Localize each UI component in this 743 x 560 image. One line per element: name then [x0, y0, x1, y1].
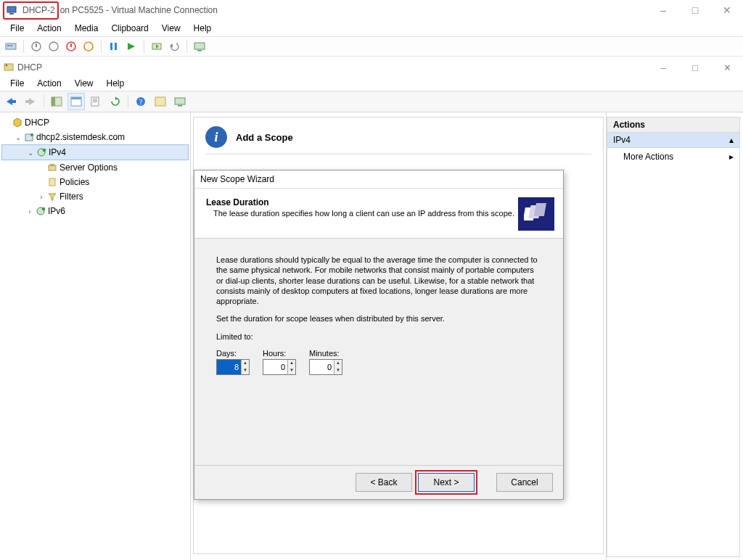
svg-rect-36	[175, 98, 185, 104]
export-list-icon[interactable]	[87, 93, 104, 110]
outer-maximize-button[interactable]: □	[679, 0, 711, 20]
dhcp-app-icon	[3, 61, 15, 75]
outer-menu-action[interactable]: Action	[31, 22, 67, 35]
tree-policies[interactable]: Policies	[1, 175, 189, 189]
inner-menu-view[interactable]: View	[69, 77, 99, 90]
checkpoint-icon[interactable]	[150, 40, 163, 53]
tree-root-label: DHCP	[25, 118, 49, 128]
save-icon[interactable]	[82, 40, 95, 53]
inner-title-text: DHCP	[17, 62, 42, 73]
hours-up-icon[interactable]: ▲	[288, 360, 295, 367]
svg-rect-3	[7, 45, 9, 46]
server-icon	[23, 132, 35, 142]
tree-filters-label: Filters	[59, 192, 83, 202]
svg-rect-25	[52, 97, 55, 106]
ctrl-alt-del-icon[interactable]	[4, 40, 17, 53]
enhanced-session-icon[interactable]	[193, 40, 206, 53]
wizard-window-title[interactable]: New Scope Wizard	[194, 170, 563, 189]
forward-icon[interactable]	[22, 93, 40, 110]
svg-rect-18	[4, 64, 13, 70]
outer-menu-file[interactable]: File	[4, 22, 30, 35]
svg-rect-11	[110, 43, 112, 50]
svg-marker-13	[128, 43, 135, 50]
reset-icon[interactable]	[125, 40, 138, 53]
toolbar-sep	[128, 95, 128, 108]
back-icon[interactable]	[3, 93, 20, 110]
tree-server[interactable]: ⌄ dhcp2.sistemdesk.com	[1, 130, 189, 144]
days-input[interactable]	[217, 360, 241, 374]
svg-rect-27	[71, 97, 81, 99]
tree-ipv4-label: IPv4	[49, 147, 66, 157]
tree-pane: DHCP ⌄ dhcp2.sistemdesk.com ⌄ IPv4 Serve…	[0, 112, 191, 560]
start-icon[interactable]	[30, 40, 43, 53]
minutes-down-icon[interactable]: ▼	[334, 367, 342, 374]
turnoff-icon[interactable]	[47, 40, 60, 53]
show-hide-tree-icon[interactable]	[48, 93, 65, 110]
days-down-icon[interactable]: ▼	[242, 367, 249, 374]
inner-menu-bar: File Action View Help	[0, 76, 743, 91]
inner-close-button[interactable]: ✕	[711, 59, 743, 76]
tree-server-options-label: Server Options	[59, 162, 118, 173]
svg-marker-22	[29, 98, 35, 105]
tree-root-dhcp[interactable]: DHCP	[1, 115, 189, 130]
toolbar-icon-a[interactable]	[152, 93, 169, 110]
wizard-para1: Lease durations should typically be equa…	[216, 255, 541, 306]
minutes-input[interactable]	[310, 360, 334, 374]
pause-icon[interactable]	[107, 40, 120, 53]
tree-policies-label: Policies	[59, 177, 89, 187]
outer-close-button[interactable]: ✕	[711, 0, 743, 20]
svg-rect-9	[70, 44, 72, 47]
back-button[interactable]: < Back	[356, 473, 412, 492]
svg-point-41	[43, 149, 46, 152]
inner-menu-action[interactable]: Action	[31, 77, 67, 90]
outer-menu-media[interactable]: Media	[69, 22, 104, 35]
svg-point-19	[6, 64, 8, 66]
toolbar-sep	[44, 95, 44, 108]
outer-title-suffix: on PC5525 - Virtual Machine Connection	[60, 5, 218, 15]
days-spinner[interactable]: ▲ ▼	[216, 359, 250, 375]
outer-menu-clipboard[interactable]: Clipboard	[105, 22, 154, 35]
inner-menu-help[interactable]: Help	[101, 77, 131, 90]
expand-icon[interactable]: ›	[25, 207, 35, 215]
properties-icon[interactable]	[67, 93, 85, 110]
refresh-icon[interactable]	[107, 93, 124, 110]
outer-menu-help[interactable]: Help	[188, 22, 218, 35]
tree-server-options[interactable]: Server Options	[1, 160, 189, 175]
svg-point-10	[84, 42, 93, 51]
wizard-step-subtitle: The lease duration specifies how long a …	[206, 209, 518, 218]
chevron-right-icon: ▸	[729, 152, 734, 162]
actions-pane: Actions IPv4 ▴ More Actions ▸	[607, 112, 743, 560]
outer-minimize-button[interactable]: –	[647, 0, 679, 20]
wizard-footer: < Back Next > Cancel	[194, 465, 563, 499]
expand-icon[interactable]: ›	[36, 193, 46, 201]
actions-context[interactable]: IPv4 ▴	[607, 133, 739, 148]
svg-rect-43	[50, 164, 54, 166]
shutdown-icon[interactable]	[65, 40, 78, 53]
svg-rect-29	[93, 99, 97, 99]
minutes-up-icon[interactable]: ▲	[334, 360, 342, 367]
inner-minimize-button[interactable]: –	[647, 59, 679, 76]
actions-more[interactable]: More Actions ▸	[607, 148, 739, 165]
tree-filters[interactable]: › Filters	[1, 189, 189, 204]
minutes-spinner[interactable]: ▲ ▼	[309, 359, 342, 375]
collapse-icon[interactable]: ⌄	[13, 133, 23, 141]
hours-spinner[interactable]: ▲ ▼	[263, 359, 296, 375]
help-icon[interactable]: ?	[132, 93, 149, 110]
toolbar-icon-b[interactable]	[171, 93, 189, 110]
revert-icon[interactable]	[168, 40, 181, 53]
inner-maximize-button[interactable]: □	[679, 59, 711, 76]
outer-title-bar: DHCP-2 on PC5525 - Virtual Machine Conne…	[0, 0, 743, 20]
svg-rect-35	[155, 97, 165, 106]
tree-ipv6[interactable]: › IPv6	[1, 204, 189, 218]
hours-input[interactable]	[263, 360, 287, 374]
days-up-icon[interactable]: ▲	[242, 360, 249, 367]
tree-ipv4[interactable]: ⌄ IPv4	[1, 144, 189, 160]
outer-menu-view[interactable]: View	[156, 22, 186, 35]
next-button[interactable]: Next >	[418, 473, 475, 492]
center-content: i Add a Scope New Scope Wizard Lease Dur…	[193, 117, 604, 554]
inner-menu-file[interactable]: File	[4, 77, 30, 90]
collapse-icon[interactable]: ⌄	[25, 149, 36, 157]
hours-down-icon[interactable]: ▼	[288, 367, 295, 374]
svg-point-39	[30, 133, 33, 136]
cancel-button[interactable]: Cancel	[496, 473, 553, 492]
